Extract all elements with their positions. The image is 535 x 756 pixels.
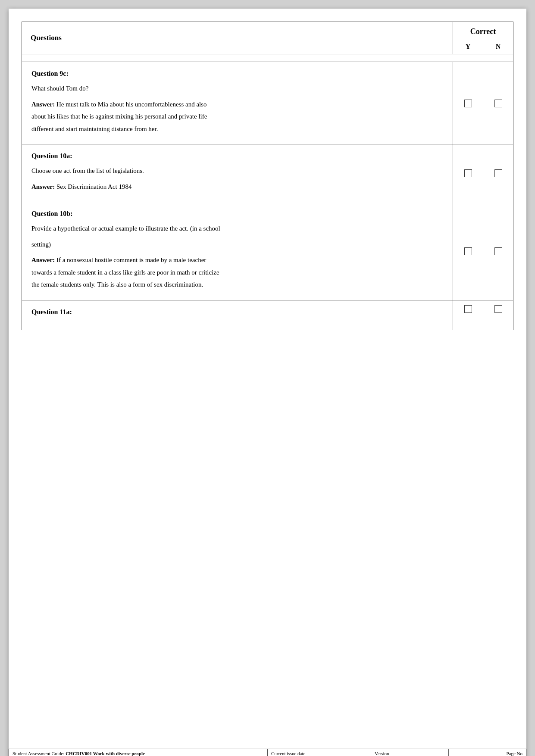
table-row: Question 10a: Choose one act from the li… (22, 144, 513, 202)
header-row-top: Questions Correct (22, 22, 513, 39)
spacer-row-1 (22, 54, 513, 62)
footer-version-label: Version (375, 751, 389, 756)
footer-issue-cell: Current issue date (268, 749, 371, 756)
table-row: Question 11a: (22, 300, 513, 330)
q10a-answer-prefix: Answer: (31, 183, 55, 190)
table-row: Question 9c: What should Tom do? Answer:… (22, 62, 513, 144)
q9c-answer-text1: He must talk to Mia about his uncomforta… (55, 101, 206, 108)
table-row: Question 10b: Provide a hypothetical or … (22, 202, 513, 300)
q11a-y-cell[interactable] (453, 300, 483, 330)
q10a-content: Question 10a: Choose one act from the li… (22, 144, 453, 202)
q9c-question: What should Tom do? (31, 84, 443, 94)
footer-guide-bold: CHCDIV001 Work with diverse people (66, 751, 145, 756)
footer-guide-text: Student Assessment Guide: CHCDIV001 Work… (13, 751, 145, 756)
q10b-answer-line1: Answer: If a nonsexual hostile comment i… (31, 255, 443, 265)
q9c-content: Question 9c: What should Tom do? Answer:… (22, 62, 453, 144)
footer-pageno-label: Page No (506, 751, 522, 756)
footer-table: Student Assessment Guide: CHCDIV001 Work… (9, 749, 526, 756)
q10b-question-line1: Provide a hypothetical or actual example… (31, 224, 443, 234)
q10b-y-checkbox[interactable] (464, 247, 472, 255)
footer-guide-cell: Student Assessment Guide: CHCDIV001 Work… (9, 749, 268, 756)
page: Questions Correct Y N (9, 9, 526, 756)
q9c-title: Question 9c: (31, 70, 443, 78)
q10a-title: Question 10a: (31, 152, 443, 160)
n-header: N (483, 39, 513, 54)
q9c-answer-prefix: Answer: (31, 101, 55, 108)
q10b-answer-text1: If a nonsexual hostile comment is made b… (55, 256, 206, 263)
q10b-n-checkbox[interactable] (494, 247, 502, 255)
q9c-n-checkbox[interactable] (494, 100, 502, 107)
q11a-n-cell[interactable] (483, 300, 513, 330)
q11a-y-checkbox[interactable] (464, 305, 472, 313)
q9c-answer-line1: Answer: He must talk to Mia about his un… (31, 100, 443, 109)
q10b-answer-line2: towards a female student in a class like… (31, 268, 443, 278)
q10a-n-checkbox[interactable] (494, 169, 502, 177)
q10a-y-checkbox[interactable] (464, 169, 472, 177)
q9c-y-checkbox[interactable] (464, 100, 472, 107)
correct-label: Correct (470, 27, 496, 36)
q10a-y-cell[interactable] (453, 144, 483, 202)
q11a-n-checkbox[interactable] (494, 305, 502, 313)
q11a-title: Question 11a: (31, 308, 443, 316)
q10b-answer-line3: the female students only. This is also a… (31, 280, 443, 290)
q10a-answer-text: Sex Discrimination Act 1984 (55, 183, 131, 190)
q10b-n-cell[interactable] (483, 202, 513, 300)
q10b-answer-prefix: Answer: (31, 256, 55, 263)
footer-row: Student Assessment Guide: CHCDIV001 Work… (9, 749, 526, 756)
q10b-question-line2: setting) (31, 240, 443, 250)
q9c-n-cell[interactable] (483, 62, 513, 144)
questions-label: Questions (31, 34, 62, 42)
footer-pageno-cell: Page No 18 (449, 749, 526, 756)
footer-issue-label: Current issue date (271, 751, 305, 756)
q10b-content: Question 10b: Provide a hypothetical or … (22, 202, 453, 300)
y-header: Y (453, 39, 483, 54)
correct-header: Correct (453, 22, 513, 39)
q9c-answer-line3: different and start maintaining distance… (31, 124, 443, 134)
q10a-question: Choose one act from the list of legislat… (31, 166, 443, 176)
q10a-answer: Answer: Sex Discrimination Act 1984 (31, 182, 443, 192)
q10b-y-cell[interactable] (453, 202, 483, 300)
assessment-table: Questions Correct Y N (22, 22, 513, 330)
q10a-n-cell[interactable] (483, 144, 513, 202)
footer-version-cell: Version No (371, 749, 449, 756)
q11a-content: Question 11a: (22, 300, 453, 330)
q9c-y-cell[interactable] (453, 62, 483, 144)
footer-guide-prefix: Student Assessment Guide: (13, 751, 66, 756)
q10b-title: Question 10b: (31, 210, 443, 218)
q9c-answer-line2: about his likes that he is against mixin… (31, 112, 443, 122)
